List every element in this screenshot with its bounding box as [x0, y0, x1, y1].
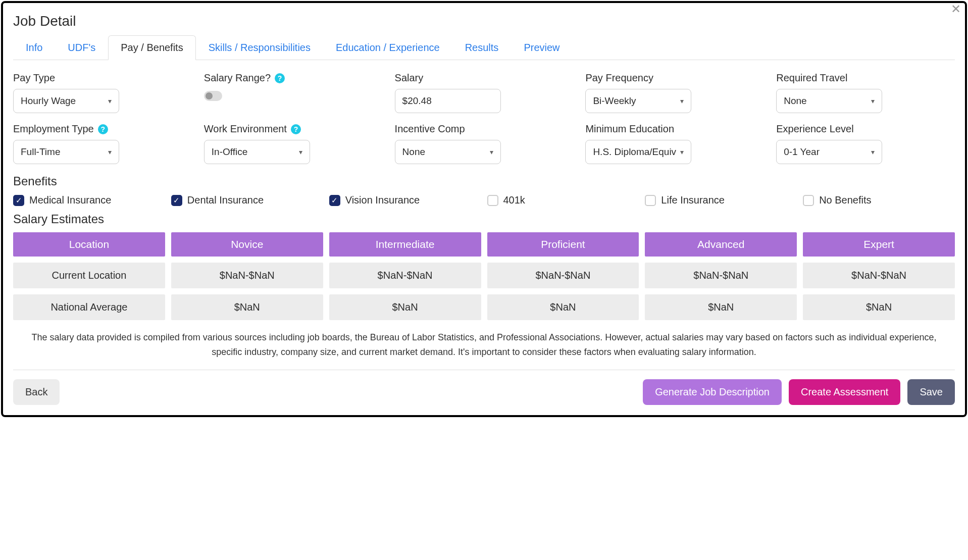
tab-results[interactable]: Results — [452, 35, 512, 60]
col-header-novice: Novice — [171, 232, 323, 257]
salary-range-label: Salary Range? ? — [204, 72, 383, 84]
salary-estimates-title: Salary Estimates — [13, 212, 955, 226]
table-cell: $NaN — [171, 294, 323, 320]
form-row-1: Pay Type Hourly Wage ▾ Salary Range? ? S… — [13, 72, 955, 113]
chevron-down-icon: ▾ — [680, 148, 684, 156]
chevron-down-icon: ▾ — [680, 97, 684, 105]
create-assessment-button[interactable]: Create Assessment — [789, 379, 900, 405]
pay-frequency-value: Bi-Weekly — [593, 95, 636, 107]
chevron-down-icon: ▾ — [490, 148, 493, 156]
benefit-none[interactable]: No Benefits — [803, 194, 955, 206]
tab-udfs[interactable]: UDF's — [55, 35, 108, 60]
divider — [13, 370, 955, 370]
required-travel-value: None — [784, 95, 806, 107]
work-environment-field: Work Environment ? In-Office ▾ — [204, 123, 383, 164]
benefit-label: No Benefits — [819, 194, 871, 206]
help-icon[interactable]: ? — [98, 124, 108, 134]
row-label: Current Location — [13, 263, 165, 288]
tab-education[interactable]: Education / Experience — [323, 35, 452, 60]
minimum-education-select[interactable]: H.S. Diploma/Equiv ▾ — [585, 140, 691, 164]
experience-level-field: Experience Level 0-1 Year ▾ — [776, 123, 955, 164]
col-header-intermediate: Intermediate — [329, 232, 481, 257]
pay-type-label: Pay Type — [13, 72, 192, 84]
save-button[interactable]: Save — [907, 379, 955, 405]
page-title: Job Detail — [13, 13, 955, 29]
employment-type-label: Employment Type ? — [13, 123, 192, 135]
job-detail-modal: ✕ Job Detail Info UDF's Pay / Benefits S… — [1, 1, 967, 417]
minimum-education-field: Minimum Education H.S. Diploma/Equiv ▾ — [585, 123, 764, 164]
table-cell: $NaN — [645, 294, 797, 320]
chevron-down-icon: ▾ — [299, 148, 302, 156]
tab-preview[interactable]: Preview — [511, 35, 572, 60]
experience-level-select[interactable]: 0-1 Year ▾ — [776, 140, 882, 164]
benefit-life[interactable]: Life Insurance — [645, 194, 797, 206]
table-cell: $NaN-$NaN — [171, 263, 323, 288]
table-cell: $NaN — [487, 294, 639, 320]
help-icon[interactable]: ? — [275, 73, 285, 83]
generate-job-description-button[interactable]: Generate Job Description — [643, 379, 782, 405]
tab-pay-benefits[interactable]: Pay / Benefits — [108, 35, 195, 60]
minimum-education-label: Minimum Education — [585, 123, 764, 135]
checkbox-icon: ✓ — [13, 195, 24, 206]
tab-info[interactable]: Info — [13, 35, 55, 60]
experience-level-label: Experience Level — [776, 123, 955, 135]
table-cell: $NaN — [803, 294, 955, 320]
benefit-label: Dental Insurance — [187, 194, 264, 206]
checkbox-icon: ✓ — [329, 195, 340, 206]
pay-type-value: Hourly Wage — [21, 95, 76, 107]
tabs: Info UDF's Pay / Benefits Skills / Respo… — [13, 35, 955, 60]
footer-buttons: Back Generate Job Description Create Ass… — [13, 379, 955, 405]
table-cell: $NaN-$NaN — [645, 263, 797, 288]
table-cell: $NaN-$NaN — [329, 263, 481, 288]
row-label: National Average — [13, 294, 165, 320]
benefit-401k[interactable]: 401k — [487, 194, 639, 206]
checkbox-icon — [487, 195, 498, 206]
salary-estimates-table: Location Novice Intermediate Proficient … — [13, 232, 955, 320]
incentive-comp-label: Incentive Comp — [395, 123, 574, 135]
table-cell: $NaN-$NaN — [487, 263, 639, 288]
required-travel-label: Required Travel — [776, 72, 955, 84]
action-buttons: Generate Job Description Create Assessme… — [643, 379, 955, 405]
tab-skills[interactable]: Skills / Responsibilities — [196, 35, 323, 60]
salary-range-field: Salary Range? ? — [204, 72, 383, 113]
back-button[interactable]: Back — [13, 379, 60, 405]
incentive-comp-value: None — [402, 146, 425, 158]
employment-type-value: Full-Time — [21, 146, 60, 158]
pay-type-field: Pay Type Hourly Wage ▾ — [13, 72, 192, 113]
pay-type-select[interactable]: Hourly Wage ▾ — [13, 89, 119, 113]
minimum-education-value: H.S. Diploma/Equiv — [593, 146, 676, 158]
benefit-vision[interactable]: ✓ Vision Insurance — [329, 194, 481, 206]
pay-frequency-field: Pay Frequency Bi-Weekly ▾ — [585, 72, 764, 113]
benefits-title: Benefits — [13, 174, 955, 188]
salary-disclaimer: The salary data provided is compiled fro… — [18, 330, 950, 360]
required-travel-field: Required Travel None ▾ — [776, 72, 955, 113]
required-travel-select[interactable]: None ▾ — [776, 89, 882, 113]
chevron-down-icon: ▾ — [108, 148, 112, 156]
checkbox-icon — [645, 195, 656, 206]
work-environment-select[interactable]: In-Office ▾ — [204, 140, 310, 164]
incentive-comp-field: Incentive Comp None ▾ — [395, 123, 574, 164]
table-cell: $NaN-$NaN — [803, 263, 955, 288]
col-header-location: Location — [13, 232, 165, 257]
employment-type-select[interactable]: Full-Time ▾ — [13, 140, 119, 164]
salary-field: Salary — [395, 72, 574, 113]
close-icon[interactable]: ✕ — [951, 2, 961, 16]
help-icon[interactable]: ? — [291, 124, 301, 134]
experience-level-value: 0-1 Year — [784, 146, 820, 158]
salary-input[interactable] — [395, 89, 501, 113]
employment-type-field: Employment Type ? Full-Time ▾ — [13, 123, 192, 164]
table-cell: $NaN — [329, 294, 481, 320]
benefits-row: ✓ Medical Insurance ✓ Dental Insurance ✓… — [13, 194, 955, 206]
pay-frequency-select[interactable]: Bi-Weekly ▾ — [585, 89, 691, 113]
benefit-dental[interactable]: ✓ Dental Insurance — [171, 194, 323, 206]
col-header-proficient: Proficient — [487, 232, 639, 257]
col-header-advanced: Advanced — [645, 232, 797, 257]
incentive-comp-select[interactable]: None ▾ — [395, 140, 501, 164]
checkbox-icon — [803, 195, 814, 206]
chevron-down-icon: ▾ — [871, 97, 875, 105]
checkbox-icon: ✓ — [171, 195, 182, 206]
benefit-medical[interactable]: ✓ Medical Insurance — [13, 194, 165, 206]
col-header-expert: Expert — [803, 232, 955, 257]
form-row-2: Employment Type ? Full-Time ▾ Work Envir… — [13, 123, 955, 164]
salary-range-toggle[interactable] — [204, 91, 222, 101]
